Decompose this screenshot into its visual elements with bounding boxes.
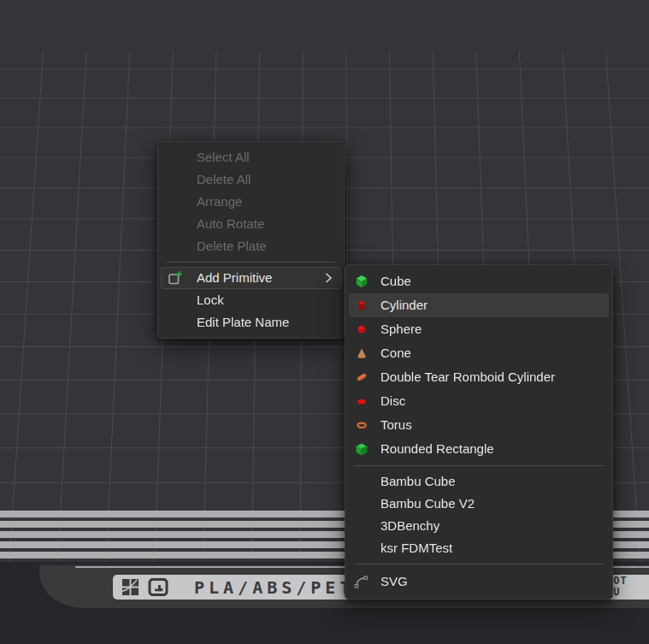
bambu-logo-icon (121, 578, 139, 596)
cone-icon (355, 346, 369, 360)
menu-item-edit-plate-name[interactable]: Edit Plate Name (158, 311, 344, 334)
menu-item-add-primitive[interactable]: Add Primitive (161, 267, 341, 289)
submenu-item-label: Disc (381, 393, 405, 408)
submenu-item-bambu-cube-v2[interactable]: Bambu Cube V2 (345, 493, 612, 515)
disc-icon (355, 394, 369, 408)
submenu-item-cylinder[interactable]: Cylinder (349, 293, 609, 317)
submenu-item-double-tear-romboid-cylinder[interactable]: Double Tear Romboid Cylinder (345, 365, 612, 389)
submenu-item-ksr-fdmtest[interactable]: ksr FDMTest (345, 537, 612, 559)
add-primitive-submenu: Cube Cylinder Sphere Cone (345, 264, 613, 600)
menu-item-label: Add Primitive (197, 270, 272, 285)
submenu-item-label: Cone (381, 346, 411, 360)
torus-icon (355, 418, 369, 432)
plate-surface-label: PLA/ABS/PETG (194, 577, 369, 598)
add-primitive-icon (168, 270, 183, 286)
submenu-item-label: Torus (381, 417, 412, 432)
menu-item-arrange: Arrange (158, 191, 344, 213)
submenu-item-label: Double Tear Romboid Cylinder (381, 369, 555, 384)
submenu-item-label: Rounded Rectangle (381, 441, 494, 456)
chevron-right-icon (325, 273, 333, 283)
menu-separator (167, 262, 335, 263)
menu-item-lock[interactable]: Lock (158, 289, 344, 311)
submenu-item-label: Cylinder (381, 298, 428, 312)
submenu-item-label: Cube (381, 274, 411, 288)
cylinder-icon (355, 298, 369, 312)
cube-icon (355, 275, 369, 288)
submenu-separator (354, 465, 604, 466)
submenu-item-cube[interactable]: Cube (345, 269, 612, 293)
rounded-rectangle-icon (355, 442, 369, 456)
menu-item-select-all: Select All (158, 146, 344, 168)
submenu-item-torus[interactable]: Torus (345, 413, 612, 437)
svg-bezier-icon (354, 575, 369, 588)
submenu-item-3dbenchy[interactable]: 3DBenchy (345, 515, 612, 537)
context-menu: Select All Delete All Arrange Auto Rotat… (157, 141, 345, 339)
submenu-item-bambu-cube[interactable]: Bambu Cube (345, 470, 612, 493)
submenu-item-sphere[interactable]: Sphere (345, 317, 612, 341)
submenu-item-disc[interactable]: Disc (345, 389, 612, 413)
double-tear-romboid-cylinder-icon (355, 370, 369, 384)
sphere-icon (355, 322, 369, 336)
submenu-item-cone[interactable]: Cone (345, 341, 612, 365)
menu-item-delete-plate: Delete Plate (158, 235, 344, 257)
submenu-item-svg[interactable]: SVG (345, 569, 612, 594)
menu-item-auto-rotate: Auto Rotate (158, 213, 344, 235)
plate-marker-icon (147, 578, 169, 596)
submenu-separator (354, 564, 604, 564)
submenu-item-label: Sphere (381, 322, 422, 336)
menu-item-delete-all: Delete All (158, 168, 344, 191)
viewport-3d: PLA/ABS/PETG HOT SU Select All Delete Al… (0, 0, 649, 644)
submenu-item-label: SVG (381, 574, 408, 588)
submenu-item-rounded-rectangle[interactable]: Rounded Rectangle (345, 437, 612, 461)
